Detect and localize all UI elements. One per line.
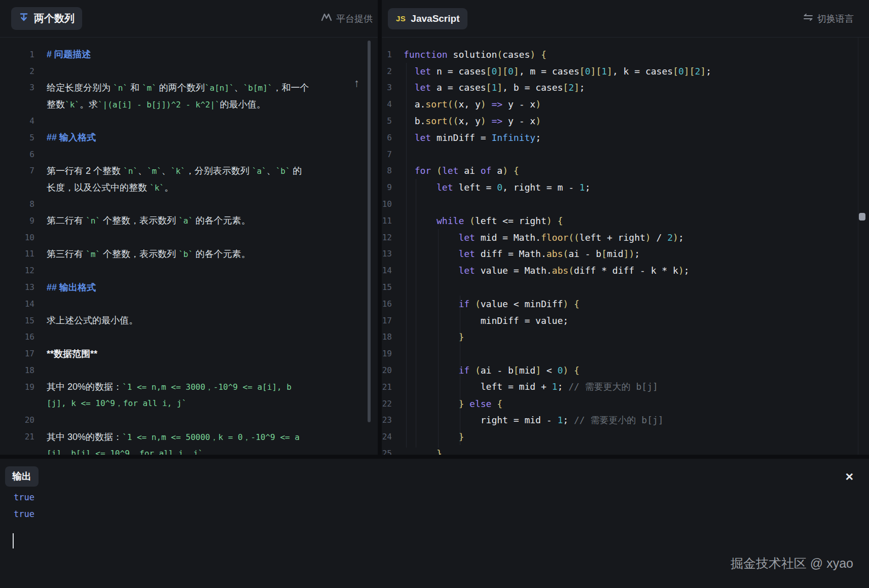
line-number: 7 bbox=[382, 150, 392, 159]
line-number: 19 bbox=[0, 382, 34, 392]
line-number: 14 bbox=[0, 299, 34, 309]
editor-row: 13 let diff = Math.abs(ai - b[mid]); bbox=[382, 246, 869, 263]
line-number: 5 bbox=[382, 116, 392, 126]
editor-row: 12 let mid = Math.floor((left + right) /… bbox=[382, 229, 869, 246]
editor-row: 15 bbox=[382, 279, 869, 296]
output-line: true bbox=[14, 489, 34, 506]
editor-row: 5 b.sort((x, y) => y - x) bbox=[382, 113, 869, 129]
line-number: 22 bbox=[382, 399, 392, 409]
line-number: 21 bbox=[0, 432, 34, 442]
line-number: 12 bbox=[0, 266, 34, 275]
line-number: 18 bbox=[382, 332, 392, 342]
platform-logo-icon bbox=[321, 13, 332, 24]
editor-row: 18 } bbox=[382, 329, 869, 346]
switch-language-button[interactable]: 切换语言 bbox=[800, 0, 857, 37]
line-number: 16 bbox=[0, 332, 34, 342]
editor-row: 21 left = mid + 1; // 需要更大的 b[j] bbox=[382, 379, 869, 395]
editor-row: 10 bbox=[0, 229, 378, 246]
editor-row: 20 if (ai - b[mid] < 0) { bbox=[382, 362, 869, 379]
editor-row: 2 let n = cases[0][0], m = cases[0][1], … bbox=[382, 63, 869, 80]
editor-row: 6 let minDiff = Infinity; bbox=[382, 129, 869, 146]
problem-title: 两个数列 bbox=[34, 12, 75, 25]
line-number: 6 bbox=[382, 133, 392, 142]
switch-language-label: 切换语言 bbox=[817, 13, 854, 25]
line-number: 19 bbox=[382, 349, 392, 358]
output-line: true bbox=[14, 506, 34, 523]
line-number: 21 bbox=[382, 382, 392, 392]
line-number: 14 bbox=[382, 266, 392, 275]
line-number: 25 bbox=[382, 449, 392, 455]
javascript-icon: JS bbox=[396, 14, 406, 23]
editor-row: 21其中 30%的数据：`1 <= n,m <= 50000，k = 0，-10… bbox=[0, 428, 378, 445]
line-number: 8 bbox=[0, 199, 34, 209]
problem-panel-header: 两个数列 平台提供 bbox=[0, 0, 378, 38]
editor-row: 14 let value = Math.abs(diff * diff - k … bbox=[382, 262, 869, 279]
platform-provider: 平台提供 bbox=[321, 0, 373, 37]
editor-row: 长度，以及公式中的整数 `k`。 bbox=[0, 179, 378, 196]
editor-row: 17 minDiff = value; bbox=[382, 312, 869, 329]
editor-row: 4 bbox=[0, 113, 378, 129]
editor-row: [i], b[j] <= 10^9, for all i, j` bbox=[0, 445, 378, 455]
editor-row: 6 bbox=[0, 146, 378, 163]
language-name: JavaScript bbox=[411, 13, 459, 24]
code-scrollbar-track bbox=[858, 38, 858, 455]
problem-scrollbar[interactable] bbox=[368, 41, 371, 422]
code-panel-header: JS JavaScript 切换语言 bbox=[382, 0, 869, 38]
editor-row: 9第二行有 `n` 个整数，表示数列 `a` 的各个元素。 bbox=[0, 212, 378, 229]
watermark: 掘金技术社区 @ xyao bbox=[731, 555, 853, 572]
editor-row: 5## 输入格式 bbox=[0, 129, 378, 146]
editor-row: 25 } bbox=[382, 445, 869, 455]
problem-panel: 两个数列 平台提供 1# 问题描述23给定长度分别为 `n` 和 `m` 的两个… bbox=[0, 0, 378, 455]
line-number: 15 bbox=[382, 282, 392, 292]
editor-row: 23 right = mid - 1; // 需要更小的 b[j] bbox=[382, 412, 869, 429]
download-arrow-icon bbox=[19, 12, 29, 25]
editor-row: 11 while (left <= right) { bbox=[382, 212, 869, 229]
code-editor[interactable]: 1function solution(cases) {2 let n = cas… bbox=[382, 38, 869, 455]
editor-row: 18 bbox=[0, 362, 378, 379]
line-number: 18 bbox=[0, 365, 34, 375]
output-lines: truetrue bbox=[14, 489, 34, 523]
editor-row: 11第三行有 `m` 个整数，表示数列 `b` 的各个元素。 bbox=[0, 246, 378, 263]
code-scrollbar[interactable] bbox=[859, 213, 865, 220]
line-number: 1 bbox=[382, 50, 392, 59]
editor-row: 3给定长度分别为 `n` 和 `m` 的两个数列`a[n]`、`b[m]`，和一… bbox=[0, 80, 378, 96]
editor-row: 16 if (value < minDiff) { bbox=[382, 296, 869, 312]
line-number: 17 bbox=[0, 349, 34, 358]
line-number: 20 bbox=[0, 415, 34, 425]
editor-row: 1# 问题描述 bbox=[0, 46, 378, 63]
code-panel: JS JavaScript 切换语言 1function solution(ca… bbox=[382, 0, 869, 455]
provider-label: 平台提供 bbox=[336, 13, 373, 25]
line-number: 5 bbox=[0, 133, 34, 142]
editor-row: 8 for (let ai of a) { bbox=[382, 163, 869, 179]
editor-row: 3 let a = cases[1], b = cases[2]; bbox=[382, 80, 869, 96]
editor-row: 1function solution(cases) { bbox=[382, 46, 869, 63]
editor-row: 12 bbox=[0, 262, 378, 279]
editor-row: 15求上述公式的最小值。 bbox=[0, 312, 378, 329]
language-badge[interactable]: JS JavaScript bbox=[388, 8, 467, 29]
problem-editor[interactable]: 1# 问题描述23给定长度分别为 `n` 和 `m` 的两个数列`a[n]`、`… bbox=[0, 38, 378, 455]
editor-row: 16 bbox=[0, 329, 378, 346]
line-number: 11 bbox=[382, 216, 392, 226]
editor-row: 14 bbox=[0, 296, 378, 312]
editor-row: 7第一行有 2 个整数 `n`、`m`、`k`，分别表示数列 `a`、`b` 的 bbox=[0, 163, 378, 179]
editor-row: 22 } else { bbox=[382, 395, 869, 412]
close-icon[interactable]: ✕ bbox=[842, 471, 857, 483]
line-number: 15 bbox=[0, 316, 34, 325]
editor-row: 17**数据范围** bbox=[0, 345, 378, 362]
indent-guide bbox=[416, 179, 416, 448]
line-number: 23 bbox=[382, 415, 392, 425]
line-number: 16 bbox=[382, 299, 392, 309]
indent-guide bbox=[438, 229, 439, 448]
line-number: 12 bbox=[382, 233, 392, 242]
output-tab[interactable]: 输出 bbox=[5, 466, 39, 487]
line-number: 1 bbox=[0, 50, 34, 59]
line-number: 7 bbox=[0, 166, 34, 175]
line-number: 6 bbox=[0, 150, 34, 159]
problem-title-badge[interactable]: 两个数列 bbox=[11, 7, 82, 30]
gutter-border bbox=[406, 63, 407, 448]
line-number: 8 bbox=[382, 166, 392, 175]
line-number: 13 bbox=[0, 282, 34, 292]
line-number: 11 bbox=[0, 249, 34, 259]
editor-row: [j], k <= 10^9，for all i, j` bbox=[0, 395, 378, 412]
line-number: 10 bbox=[0, 233, 34, 242]
